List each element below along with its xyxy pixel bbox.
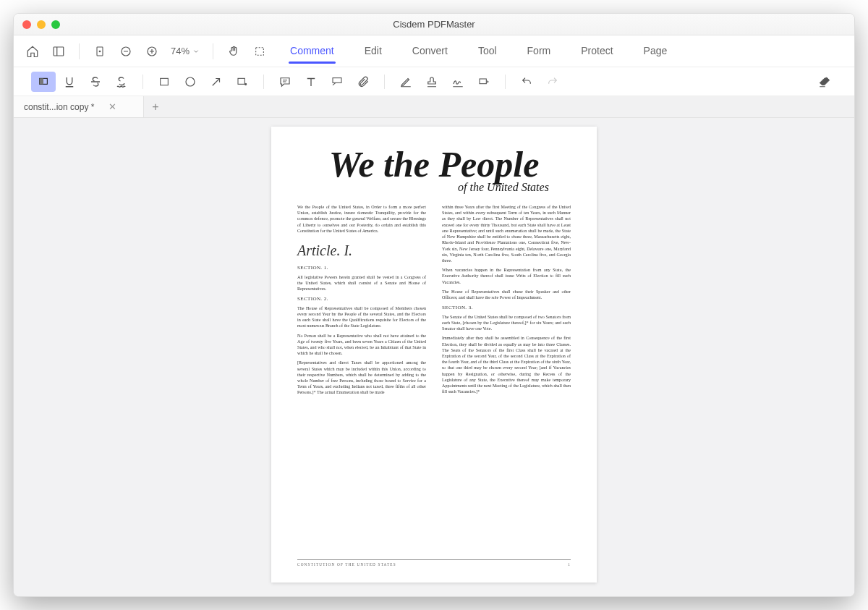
signature-tool[interactable] (446, 72, 470, 92)
preamble-text: We the People of the United States, in O… (297, 204, 426, 234)
close-tab-button[interactable]: ✕ (109, 101, 116, 112)
toolbar-divider (213, 43, 213, 59)
highlight-tool[interactable] (31, 72, 56, 92)
column-right: within three Years after the first Meeti… (442, 204, 571, 559)
rectangle-tool[interactable] (152, 72, 176, 92)
tab-tool[interactable]: Tool (477, 39, 498, 64)
tab-protect[interactable]: Protect (579, 39, 614, 64)
toolbar-divider (142, 75, 143, 89)
tab-form[interactable]: Form (526, 39, 553, 64)
main-toolbar: 74% Comment Edit Convert Tool Form Prote… (14, 35, 854, 67)
underline-tool[interactable] (57, 72, 82, 92)
arrow-icon (210, 75, 223, 88)
text-tool[interactable] (299, 72, 323, 92)
tab-page[interactable]: Page (642, 39, 669, 64)
eraser-icon (817, 75, 832, 88)
app-title: Cisdem PDFMaster (14, 19, 854, 30)
select-tool-button[interactable] (248, 41, 271, 62)
link-tool[interactable] (472, 72, 496, 92)
hand-tool-button[interactable] (222, 41, 245, 62)
footer-page-number: 1 (568, 562, 571, 567)
sidebar-toggle-button[interactable] (47, 41, 70, 62)
note-icon (278, 75, 292, 88)
svg-rect-11 (40, 78, 43, 84)
svg-point-13 (186, 77, 195, 86)
tab-comment[interactable]: Comment (289, 39, 336, 64)
section-heading: SECTION. 1. (297, 265, 426, 271)
close-window-button[interactable] (22, 20, 31, 29)
zoom-in-button[interactable] (140, 41, 163, 62)
section-text: No Person shall be a Representative who … (297, 333, 426, 357)
sidebar-icon (52, 45, 65, 58)
new-tab-button[interactable]: + (144, 96, 167, 117)
section-text: within three Years after the first Meeti… (442, 204, 571, 263)
callout-icon (330, 76, 344, 88)
section-heading: SECTION. 2. (297, 296, 426, 302)
document-title-sub: of the United States (458, 181, 549, 194)
arrow-tool[interactable] (204, 72, 229, 92)
section-text: When vacancies happen in the Representat… (442, 267, 571, 285)
zoom-in-icon (145, 45, 158, 58)
hand-icon (227, 45, 240, 58)
home-button[interactable] (21, 41, 44, 62)
pdf-page: We the People of the United States We th… (271, 127, 597, 583)
document-header: We the People of the United States (297, 148, 571, 194)
svg-rect-12 (161, 78, 169, 85)
svg-point-16 (245, 83, 247, 85)
page-footer: CONSTITUTION OF THE UNITED STATES 1 (297, 559, 571, 567)
pencil-tool[interactable] (393, 72, 418, 92)
svg-rect-9 (256, 47, 264, 55)
svg-line-14 (213, 78, 220, 85)
section-heading: SECTION. 3. (442, 305, 571, 311)
stamp-icon (425, 75, 439, 88)
document-tab[interactable]: constit...ion copy * ✕ (14, 96, 144, 117)
app-window: Cisdem PDFMaster 74% Comme (13, 13, 855, 597)
highlight-icon (37, 76, 50, 88)
svg-rect-0 (54, 47, 64, 56)
svg-rect-21 (333, 77, 341, 82)
redo-button (540, 72, 565, 92)
zoom-out-icon (119, 45, 132, 58)
circle-tool[interactable] (178, 72, 203, 92)
eraser-tool[interactable] (812, 72, 837, 92)
maximize-window-button[interactable] (51, 20, 60, 29)
strikethrough-icon (89, 75, 102, 88)
tab-edit[interactable]: Edit (363, 39, 383, 64)
document-title-main: We the People (297, 148, 571, 181)
link-rect-icon (476, 76, 492, 88)
stamp-tool[interactable] (420, 72, 444, 92)
attachment-tool[interactable] (351, 72, 375, 92)
freehand-shape-tool[interactable] (230, 72, 255, 92)
zoom-dropdown[interactable]: 74% (166, 46, 204, 56)
undo-button[interactable] (514, 72, 539, 92)
pencil-icon (399, 75, 413, 88)
circle-icon (184, 75, 197, 88)
minimize-window-button[interactable] (37, 20, 46, 29)
zoom-out-button[interactable] (114, 41, 137, 62)
signature-icon (450, 75, 466, 88)
section-text: All legislative Powers herein granted sh… (297, 274, 426, 292)
squiggly-tool[interactable] (109, 72, 134, 92)
callout-tool[interactable] (325, 72, 349, 92)
document-viewport[interactable]: We the People of the United States We th… (14, 118, 854, 596)
tab-convert[interactable]: Convert (411, 39, 449, 64)
footer-left: CONSTITUTION OF THE UNITED STATES (297, 562, 396, 567)
home-icon (26, 45, 39, 58)
text-icon (305, 75, 318, 88)
freehand-shape-icon (235, 76, 250, 88)
zoom-value: 74% (171, 46, 190, 56)
strikethrough-tool[interactable] (83, 72, 108, 92)
comment-toolbar (14, 67, 854, 96)
redo-icon (546, 76, 559, 88)
svg-rect-26 (480, 79, 486, 84)
section-text: Immediately after they shall be assemble… (442, 335, 571, 394)
paperclip-icon (357, 75, 370, 88)
fit-page-button[interactable] (88, 41, 111, 62)
fit-page-icon (94, 45, 106, 58)
toolbar-divider (263, 75, 264, 89)
note-tool[interactable] (273, 72, 297, 92)
underline-icon (63, 75, 76, 88)
window-controls (14, 20, 60, 29)
section-text: The Senate of the United States shall be… (442, 314, 571, 332)
toolbar-divider (384, 75, 385, 89)
